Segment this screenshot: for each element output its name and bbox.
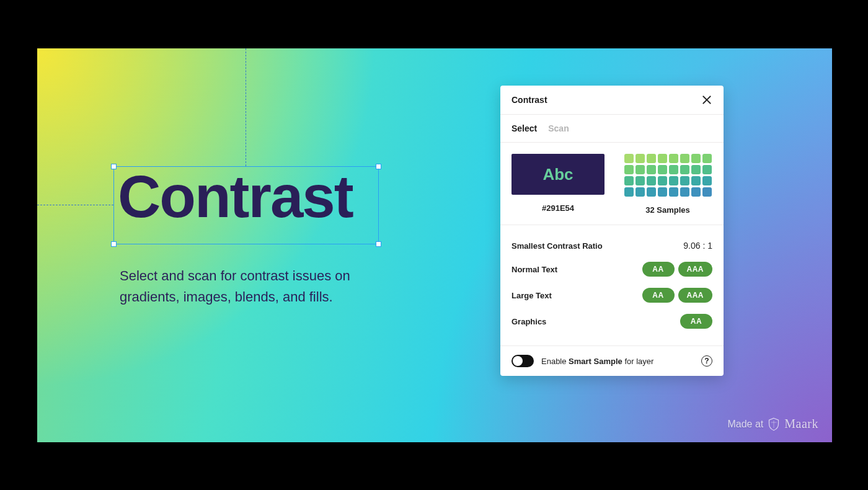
- compliance-pill: AAA: [678, 262, 713, 277]
- samples-block: 32 Samples: [623, 154, 712, 215]
- sample-cell[interactable]: [702, 154, 712, 163]
- sample-cell[interactable]: [636, 154, 645, 163]
- sample-cell[interactable]: [658, 165, 667, 174]
- sample-cell[interactable]: [691, 187, 701, 197]
- toggle-prefix: Enable: [541, 357, 569, 366]
- sample-cell[interactable]: [647, 187, 656, 197]
- ratio-value: 9.06 : 1: [683, 241, 712, 251]
- foreground-swatch[interactable]: Abc: [512, 154, 604, 195]
- sample-cell[interactable]: [669, 176, 678, 185]
- foreground-sample-text: Abc: [542, 165, 573, 184]
- samples-count: 32 Samples: [645, 205, 690, 215]
- resize-handle-top-left[interactable]: [111, 164, 117, 169]
- sample-cell[interactable]: [669, 165, 678, 174]
- credit-label: Made at Maark: [727, 417, 818, 431]
- sample-cell[interactable]: [647, 154, 656, 163]
- smart-sample-label: Enable Smart Sample for layer: [541, 357, 694, 366]
- hero-title[interactable]: Contrast: [118, 163, 353, 231]
- sample-cell[interactable]: [658, 187, 667, 197]
- tab-scan[interactable]: Scan: [548, 123, 569, 133]
- compliance-row: Large TextAAAAA: [512, 282, 712, 308]
- credit-brand: Maark: [784, 417, 818, 431]
- design-canvas[interactable]: Contrast Select and scan for contrast is…: [37, 48, 832, 442]
- sample-cell[interactable]: [702, 176, 712, 185]
- compliance-pill: AA: [680, 314, 712, 329]
- hero-subtitle[interactable]: Select and scan for contrast issues on g…: [120, 265, 399, 308]
- sample-cell[interactable]: [647, 165, 656, 174]
- pill-group: AAAAA: [642, 262, 713, 277]
- panel-header: Contrast: [500, 86, 724, 115]
- sample-cell[interactable]: [691, 176, 701, 185]
- ratio-row: Smallest Contrast Ratio 9.06 : 1: [512, 235, 712, 256]
- contrast-metrics: Smallest Contrast Ratio 9.06 : 1 Normal …: [500, 225, 724, 346]
- compliance-label: Normal Text: [512, 265, 557, 274]
- sample-cell[interactable]: [647, 176, 656, 185]
- pill-group: AAAAA: [642, 288, 713, 303]
- compliance-row: GraphicsAA: [512, 308, 712, 334]
- compliance-pill: AA: [642, 262, 675, 277]
- smart-sample-toggle[interactable]: [512, 355, 534, 367]
- sample-cell[interactable]: [680, 154, 689, 163]
- sample-cell[interactable]: [636, 176, 645, 185]
- resize-handle-bottom-right[interactable]: [376, 241, 381, 247]
- sample-cell[interactable]: [636, 165, 645, 174]
- sample-cell[interactable]: [702, 187, 712, 197]
- sample-cell[interactable]: [669, 187, 678, 197]
- panel-tabs: Select Scan: [500, 115, 724, 143]
- sample-cell[interactable]: [702, 165, 712, 174]
- compliance-pill: AAA: [678, 288, 713, 303]
- close-icon[interactable]: [701, 94, 712, 105]
- sample-cell[interactable]: [669, 154, 678, 163]
- sample-cell[interactable]: [658, 154, 667, 163]
- alignment-guide-vertical: [246, 48, 246, 166]
- swatches-row: Abc #291E54 32 Samples: [500, 143, 724, 225]
- foreground-block: Abc #291E54: [512, 154, 604, 213]
- alignment-guide-horizontal: [37, 205, 113, 205]
- toggle-strong: Smart Sample: [569, 357, 622, 366]
- credit-prefix: Made at: [727, 419, 763, 430]
- app-frame: Contrast Select and scan for contrast is…: [0, 0, 868, 490]
- sample-cell[interactable]: [680, 187, 689, 197]
- pill-group: AA: [680, 314, 712, 329]
- tab-select[interactable]: Select: [512, 123, 537, 133]
- shield-icon: [768, 417, 779, 431]
- ratio-label: Smallest Contrast Ratio: [512, 241, 603, 251]
- sample-cell[interactable]: [691, 165, 701, 174]
- compliance-label: Large Text: [512, 291, 552, 300]
- contrast-panel: Contrast Select Scan Abc #291E54 32 Samp…: [500, 86, 724, 376]
- sample-cell[interactable]: [624, 154, 634, 163]
- toggle-suffix: for layer: [622, 357, 654, 366]
- resize-handle-bottom-left[interactable]: [111, 241, 117, 247]
- help-icon[interactable]: ?: [701, 355, 712, 367]
- samples-grid: [624, 154, 712, 197]
- panel-title: Contrast: [512, 95, 547, 105]
- sample-cell[interactable]: [624, 176, 634, 185]
- sample-cell[interactable]: [680, 176, 689, 185]
- sample-cell[interactable]: [691, 154, 701, 163]
- sample-cell[interactable]: [658, 176, 667, 185]
- panel-footer: Enable Smart Sample for layer ?: [500, 346, 724, 376]
- compliance-label: Graphics: [512, 317, 546, 326]
- compliance-row: Normal TextAAAAA: [512, 256, 712, 282]
- foreground-hex: #291E54: [542, 203, 574, 213]
- resize-handle-top-right[interactable]: [376, 164, 381, 169]
- sample-cell[interactable]: [680, 165, 689, 174]
- sample-cell[interactable]: [624, 187, 634, 197]
- sample-cell[interactable]: [624, 165, 634, 174]
- sample-cell[interactable]: [636, 187, 645, 197]
- compliance-pill: AA: [642, 288, 675, 303]
